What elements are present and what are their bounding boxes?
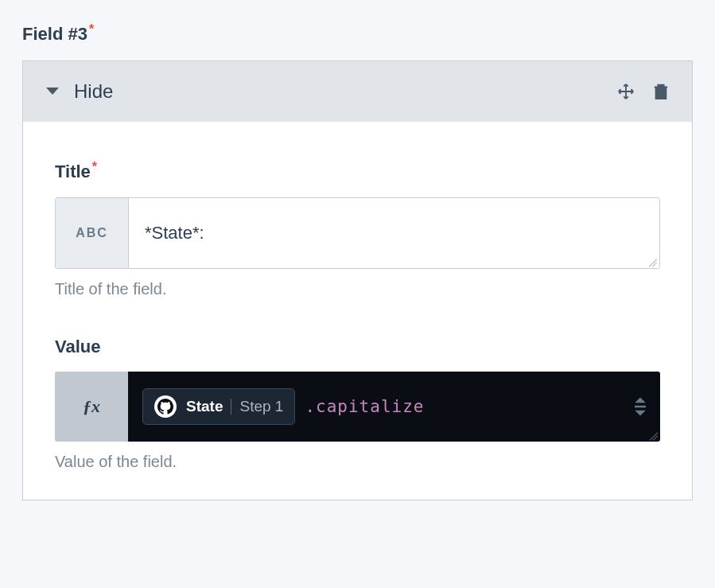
required-asterisk: *	[89, 22, 94, 36]
abc-icon: ABC	[76, 226, 108, 240]
collapse-toggle[interactable]	[45, 87, 60, 96]
trash-icon	[652, 82, 670, 101]
title-label: Title*	[55, 160, 660, 182]
field-heading-text: Field #3	[22, 24, 87, 44]
panel-title: Hide	[74, 80, 113, 103]
title-input-type-button[interactable]: ABC	[56, 198, 129, 268]
panel-header-left: Hide	[45, 80, 113, 103]
github-icon	[154, 395, 177, 418]
field-panel: Hide Title* ABC	[22, 60, 693, 500]
title-input[interactable]	[129, 198, 659, 268]
svg-rect-0	[635, 405, 646, 407]
panel-header: Hide	[23, 61, 692, 122]
title-form-group: Title* ABC Title of the field.	[55, 160, 660, 298]
field-heading: Field #3*	[22, 22, 693, 45]
move-icon	[617, 83, 635, 100]
chevron-down-icon	[635, 410, 646, 415]
title-help-text: Title of the field.	[55, 280, 660, 298]
title-input-wrapper: ABC	[55, 197, 660, 269]
chevron-down-icon	[45, 87, 60, 96]
panel-header-right	[617, 82, 670, 101]
expression-input[interactable]: State Step 1 .capitalize	[128, 372, 660, 442]
resize-handle-icon	[647, 428, 658, 439]
pill-separator	[231, 399, 231, 415]
value-help-text: Value of the field.	[55, 453, 660, 471]
dash-icon	[635, 405, 646, 407]
required-asterisk: *	[92, 160, 97, 173]
panel-body: Title* ABC Title of the field. Value ƒx	[23, 122, 692, 499]
pill-step-label: Step 1	[239, 398, 283, 415]
pill-variable-name: State	[186, 398, 223, 415]
value-input-type-button[interactable]: ƒx	[55, 372, 128, 442]
move-button[interactable]	[617, 83, 635, 100]
expression-method: .capitalize	[305, 397, 424, 416]
title-label-text: Title	[55, 162, 91, 182]
data-pill[interactable]: State Step 1	[142, 388, 295, 425]
fx-icon: ƒx	[83, 396, 100, 417]
vertical-scroll-indicator[interactable]	[635, 397, 646, 415]
delete-button[interactable]	[652, 82, 670, 101]
chevron-up-icon	[635, 397, 646, 403]
value-input-wrapper: ƒx State Step 1	[55, 372, 660, 442]
value-label: Value	[55, 337, 660, 357]
pill-text-group: State Step 1	[186, 398, 283, 415]
value-form-group: Value ƒx State S	[55, 337, 660, 471]
